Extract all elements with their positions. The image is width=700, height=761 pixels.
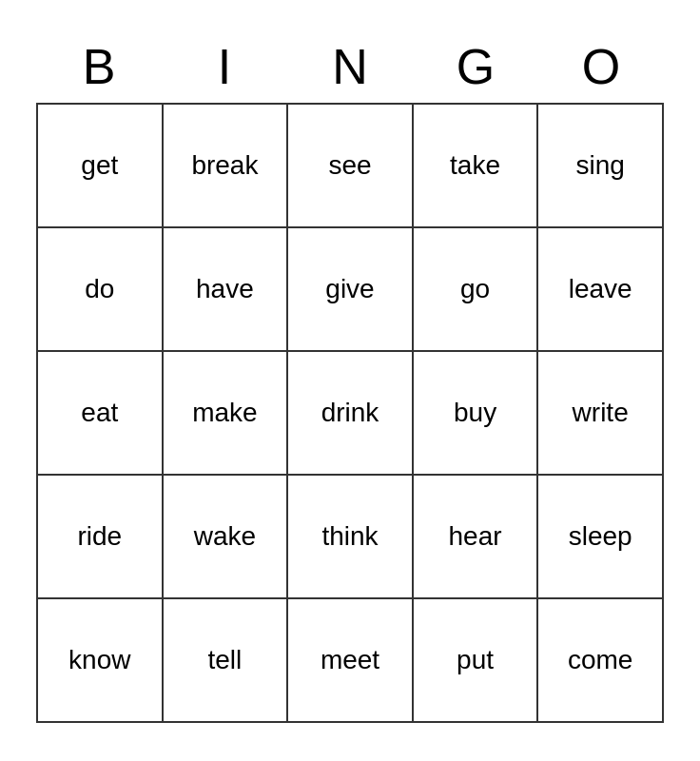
cell-r1-c2[interactable]: give — [287, 227, 413, 351]
cell-r2-c2[interactable]: drink — [287, 351, 413, 475]
cell-r0-c3[interactable]: take — [413, 104, 538, 227]
cell-r0-c2[interactable]: see — [287, 104, 413, 227]
table-row: ridewakethinkhearsleep — [37, 475, 663, 598]
cell-r3-c4[interactable]: sleep — [537, 475, 663, 598]
table-row: eatmakedrinkbuywrite — [37, 351, 663, 475]
cell-r2-c1[interactable]: make — [163, 351, 288, 475]
cell-r3-c3[interactable]: hear — [413, 475, 538, 598]
header-o: O — [538, 38, 664, 95]
cell-r2-c3[interactable]: buy — [413, 351, 538, 475]
cell-r4-c1[interactable]: tell — [163, 598, 288, 722]
header-g: G — [413, 38, 538, 95]
bingo-card: B I N G O getbreakseetakesingdohavegiveg… — [17, 19, 683, 742]
cell-r0-c4[interactable]: sing — [537, 104, 663, 227]
bingo-header: B I N G O — [36, 38, 664, 95]
cell-r3-c0[interactable]: ride — [37, 475, 163, 598]
cell-r4-c4[interactable]: come — [537, 598, 663, 722]
cell-r0-c1[interactable]: break — [163, 104, 288, 227]
table-row: getbreakseetakesing — [37, 104, 663, 227]
cell-r3-c2[interactable]: think — [287, 475, 413, 598]
header-n: N — [287, 38, 413, 95]
cell-r1-c0[interactable]: do — [37, 227, 163, 351]
bingo-grid: getbreakseetakesingdohavegivegoleaveeatm… — [36, 103, 664, 723]
cell-r2-c0[interactable]: eat — [37, 351, 163, 475]
cell-r1-c4[interactable]: leave — [537, 227, 663, 351]
cell-r0-c0[interactable]: get — [37, 104, 163, 227]
cell-r3-c1[interactable]: wake — [163, 475, 288, 598]
cell-r4-c0[interactable]: know — [37, 598, 163, 722]
header-b: B — [36, 38, 162, 95]
cell-r2-c4[interactable]: write — [537, 351, 663, 475]
cell-r4-c2[interactable]: meet — [287, 598, 413, 722]
cell-r1-c3[interactable]: go — [413, 227, 538, 351]
cell-r1-c1[interactable]: have — [163, 227, 288, 351]
header-i: I — [162, 38, 287, 95]
cell-r4-c3[interactable]: put — [413, 598, 538, 722]
table-row: knowtellmeetputcome — [37, 598, 663, 722]
table-row: dohavegivegoleave — [37, 227, 663, 351]
